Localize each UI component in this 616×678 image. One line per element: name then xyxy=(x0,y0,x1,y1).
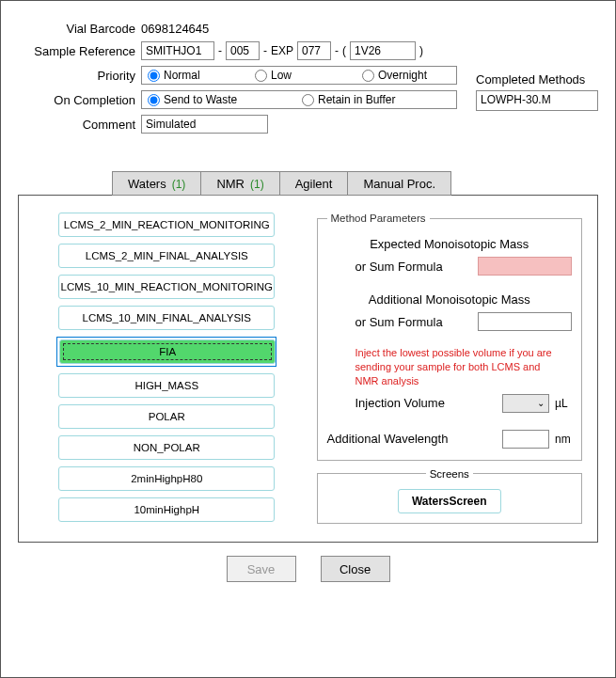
priority-radio-overnight[interactable] xyxy=(362,70,374,82)
or-sum-formula-label-1: or Sum Formula xyxy=(355,260,443,274)
priority-group: Normal Low Overnight xyxy=(141,66,457,85)
method-parameters-fieldset: Method Parameters Expected Monoisotopic … xyxy=(317,213,583,461)
tab-nmr[interactable]: NMR (1) xyxy=(200,171,279,196)
oncomp-label-retain: Retain in Buffer xyxy=(318,93,396,106)
method-item-selected[interactable]: FIA xyxy=(59,339,276,364)
additional-wavelength-label: Additional Wavelength xyxy=(327,432,449,446)
method-item[interactable]: 2minHighpH80 xyxy=(58,466,275,491)
additional-mass-input[interactable] xyxy=(478,312,572,331)
method-item[interactable]: LCMS_10_MIN_FINAL_ANALYSIS xyxy=(58,306,275,330)
label-comment: Comment xyxy=(18,118,135,132)
on-completion-group: Send to Waste Retain in Buffer xyxy=(141,90,457,109)
label-sample-reference: Sample Reference xyxy=(18,44,135,58)
method-item[interactable]: NON_POLAR xyxy=(58,435,275,460)
priority-label-normal: Normal xyxy=(164,69,200,82)
tab-content-panel: LCMS_2_MIN_REACTION_MONITORING LCMS_2_MI… xyxy=(18,195,598,543)
tab-nmr-badge: (1) xyxy=(250,178,264,191)
injection-volume-label: Injection Volume xyxy=(355,396,445,410)
method-item[interactable]: POLAR xyxy=(58,404,275,429)
additional-wavelength-input[interactable] xyxy=(502,430,549,449)
injection-volume-note: Inject the lowest possible volume if you… xyxy=(355,346,562,388)
additional-monoisotopic-mass-label: Additional Monoisotopic Mass xyxy=(327,292,573,307)
screens-legend: Screens xyxy=(426,468,473,480)
method-item[interactable]: LCMS_10_MIN_REACTION_MONITORING xyxy=(58,275,275,299)
oncomp-option-waste[interactable]: Send to Waste xyxy=(148,93,289,106)
tab-manual-proc[interactable]: Manual Proc. xyxy=(347,171,451,196)
sample-reference-group: - - EXP - ( ) xyxy=(141,41,423,60)
comment-input[interactable] xyxy=(141,115,268,134)
sample-ref-b-input[interactable] xyxy=(226,41,260,60)
sample-ref-exp-label: EXP xyxy=(271,44,293,57)
label-vial-barcode: Vial Barcode xyxy=(18,22,135,36)
injection-volume-unit: µL xyxy=(555,397,572,410)
tab-manual-proc-label: Manual Proc. xyxy=(363,177,435,191)
screens-fieldset: Screens WatersScreen xyxy=(317,468,583,524)
label-priority: Priority xyxy=(18,69,135,83)
expected-monoisotopic-mass-label: Expected Monoisotopic Mass xyxy=(327,237,573,251)
tab-waters[interactable]: Waters (1) xyxy=(112,171,201,196)
action-row: Save Close xyxy=(18,556,598,582)
sample-ref-c-input[interactable] xyxy=(297,41,331,60)
method-item[interactable]: LCMS_2_MIN_REACTION_MONITORING xyxy=(58,213,275,237)
oncomp-option-retain[interactable]: Retain in Buffer xyxy=(302,93,396,106)
method-item[interactable]: HIGH_MASS xyxy=(58,373,275,398)
sep-2: - xyxy=(263,44,267,57)
chevron-down-icon: ⌄ xyxy=(537,398,545,408)
sample-ref-d-input[interactable] xyxy=(350,41,416,60)
injection-volume-dropdown[interactable]: ⌄ xyxy=(502,394,549,413)
method-item-selection-wrap: FIA xyxy=(56,337,276,367)
sep-3: - xyxy=(335,44,339,57)
expected-mass-input[interactable] xyxy=(478,257,572,276)
method-params-column: Method Parameters Expected Monoisotopic … xyxy=(315,213,585,528)
vial-barcode-value: 0698124645 xyxy=(141,22,209,36)
method-list: LCMS_2_MIN_REACTION_MONITORING LCMS_2_MI… xyxy=(32,213,302,528)
priority-label-low: Low xyxy=(271,69,292,82)
method-item[interactable]: 10minHighpH xyxy=(58,497,275,522)
label-on-completion: On Completion xyxy=(18,93,135,107)
method-item[interactable]: LCMS_2_MIN_FINAL_ANALYSIS xyxy=(58,244,275,268)
sep-1: - xyxy=(218,44,222,57)
completed-methods-block: Completed Methods LOWPH-30.M xyxy=(476,72,598,111)
waters-screen-button[interactable]: WatersScreen xyxy=(398,489,501,513)
priority-radio-normal[interactable] xyxy=(148,70,160,82)
additional-wavelength-unit: nm xyxy=(555,433,572,446)
priority-option-normal[interactable]: Normal xyxy=(148,69,242,82)
priority-label-overnight: Overnight xyxy=(378,69,427,82)
priority-option-low[interactable]: Low xyxy=(255,69,349,82)
save-button[interactable]: Save xyxy=(227,556,296,582)
paren-close: ) xyxy=(419,44,423,57)
or-sum-formula-label-2: or Sum Formula xyxy=(355,315,443,329)
method-parameters-legend: Method Parameters xyxy=(327,213,430,224)
app-window: Vial Barcode 0698124645 Sample Reference… xyxy=(0,0,616,678)
paren-open: ( xyxy=(342,44,346,57)
tab-waters-label: Waters xyxy=(128,177,166,191)
tab-agilent-label: Agilent xyxy=(295,177,333,191)
oncomp-radio-retain[interactable] xyxy=(302,94,314,106)
sample-ref-a-input[interactable] xyxy=(141,41,214,60)
priority-option-overnight[interactable]: Overnight xyxy=(362,69,427,82)
completed-methods-field[interactable]: LOWPH-30.M xyxy=(476,90,598,111)
tab-waters-badge: (1) xyxy=(172,178,186,191)
oncomp-label-waste: Send to Waste xyxy=(164,93,237,106)
close-button[interactable]: Close xyxy=(321,556,390,582)
tab-agilent[interactable]: Agilent xyxy=(279,171,349,196)
tab-nmr-label: NMR xyxy=(216,177,245,191)
completed-methods-label: Completed Methods xyxy=(476,72,598,87)
priority-radio-low[interactable] xyxy=(255,70,267,82)
oncomp-radio-waste[interactable] xyxy=(148,94,160,106)
tabs-row: Waters (1) NMR (1) Agilent Manual Proc. xyxy=(112,171,598,196)
